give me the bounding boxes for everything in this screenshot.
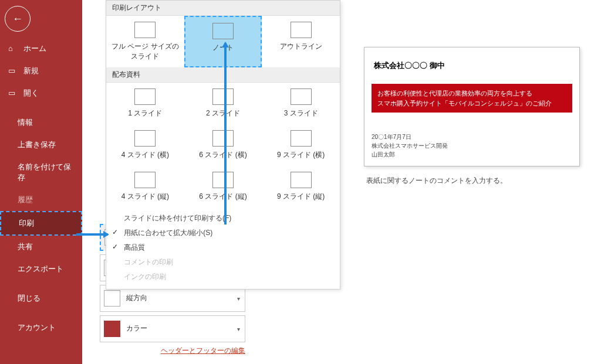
handout-4h[interactable]: 4 スライド (横) — [106, 124, 184, 166]
nav-save[interactable]: 上書き保存 — [0, 134, 82, 156]
nav-account[interactable]: アカウント — [0, 317, 82, 339]
handout-4h-icon — [134, 130, 156, 147]
preview-band-line1: お客様の利便性と代理店の業務効率の両方を向上する — [377, 89, 566, 98]
flyout-section-print-layout: 印刷レイアウト — [106, 1, 340, 16]
handout-1[interactable]: 1 スライド — [106, 83, 184, 124]
nav-share[interactable]: 共有 — [0, 236, 82, 258]
print-preview-panel: 株式会社〇〇〇 御中 お客様の利便性と代理店の業務効率の両方を向上する スマホ購… — [364, 47, 587, 186]
handout-9v[interactable]: 9 スライド (縦) — [262, 166, 340, 207]
full-page-icon — [134, 22, 156, 38]
handout-6v-icon — [212, 172, 234, 188]
color-swatch-icon — [104, 321, 120, 337]
nav-info-label: 情報 — [18, 117, 33, 128]
chevron-down-icon: ▾ — [237, 295, 240, 302]
annotation-arrow-vertical — [224, 43, 227, 224]
preview-title-band: お客様の利便性と代理店の業務効率の両方を向上する スマホ購入予約サイト「モバイル… — [372, 84, 572, 113]
chevron-down-icon: ▾ — [237, 326, 240, 332]
nav-new-label: 新規 — [23, 66, 39, 76]
edit-header-footer-wrap: ヘッダーとフッターの編集 — [100, 346, 245, 356]
layout-full-page[interactable]: フル ページ サイズのスライド — [106, 16, 184, 67]
handout-6v[interactable]: 6 スライド (縦) — [184, 166, 262, 207]
handout-6h-icon — [212, 130, 234, 147]
nav-print-label: 印刷 — [19, 218, 34, 229]
nav-print[interactable]: 印刷 — [0, 211, 82, 236]
slide-preview: 株式会社〇〇〇 御中 お客様の利便性と代理店の業務効率の両方を向上する スマホ購… — [364, 47, 580, 166]
handout-9h-icon — [291, 130, 312, 147]
option-print-comments: コメントの印刷 — [123, 255, 336, 270]
nav-home[interactable]: ⌂ ホーム — [0, 38, 82, 60]
preview-date: 20〇1年7月7日 — [372, 132, 572, 141]
nav-open-label: 開く — [23, 88, 39, 98]
option-frame-slides[interactable]: スライドに枠を付けて印刷する(F) — [123, 211, 336, 226]
setting-color-title: カラー — [126, 324, 147, 334]
setting-color-dropdown[interactable]: カラー ▾ — [100, 315, 245, 342]
home-icon: ⌂ — [8, 44, 18, 53]
back-arrow-icon: ← — [12, 13, 23, 25]
preview-author: 山田太郎 — [372, 150, 572, 159]
preview-slide-title: 株式会社〇〇〇 御中 — [374, 60, 570, 71]
nav-saveas-label: 名前を付けて保存 — [18, 162, 74, 183]
nav-new[interactable]: ▭ 新規 — [0, 60, 82, 82]
backstage-sidebar: ← ⌂ ホーム ▭ 新規 ▭ 開く 情報 上書き保存 名前を付けて保存 履歴 印… — [0, 0, 82, 364]
handout-9v-icon — [291, 172, 312, 188]
option-high-quality[interactable]: 高品質 — [123, 240, 336, 255]
nav-save-label: 上書き保存 — [18, 140, 56, 150]
back-button[interactable]: ← — [5, 6, 31, 32]
preview-band-line2: スマホ購入予約サイト「モバイルコンシェルジュ」のご紹介 — [377, 98, 566, 108]
nav-close[interactable]: 閉じる — [0, 287, 82, 309]
preview-meta: 20〇1年7月7日 株式会社スマホサービス開発 山田太郎 — [372, 132, 572, 159]
handout-4v-icon — [134, 172, 156, 188]
nav-account-label: アカウント — [18, 322, 56, 333]
nav-export[interactable]: エクスポート — [0, 258, 82, 280]
option-scale-to-fit[interactable]: 用紙に合わせて拡大/縮小(S) — [123, 226, 336, 240]
layout-outline[interactable]: アウトライン — [262, 16, 340, 67]
preview-notes-text: 表紙に関するノートのコメントを入力する。 — [366, 176, 585, 186]
nav-history-label: 履歴 — [18, 195, 33, 205]
new-file-icon: ▭ — [8, 66, 18, 76]
handout-1-icon — [134, 89, 156, 105]
handout-2-icon — [212, 89, 234, 105]
handout-3[interactable]: 3 スライド — [262, 83, 340, 124]
handout-4v[interactable]: 4 スライド (縦) — [106, 166, 184, 207]
nav-share-label: 共有 — [18, 241, 33, 252]
preview-company: 株式会社スマホサービス開発 — [372, 141, 572, 150]
setting-orientation-title: 縦方向 — [126, 294, 147, 303]
outline-icon — [291, 22, 312, 38]
edit-header-footer-link[interactable]: ヘッダーとフッターの編集 — [161, 346, 245, 355]
nav-export-label: エクスポート — [18, 264, 63, 274]
annotation-arrow-horizontal — [76, 233, 108, 236]
nav-saveas[interactable]: 名前を付けて保存 — [0, 156, 82, 189]
flyout-section-handouts: 配布資料 — [106, 67, 340, 83]
nav-close-label: 閉じる — [18, 293, 40, 304]
nav-open[interactable]: ▭ 開く — [0, 82, 82, 104]
handout-6h[interactable]: 6 スライド (横) — [184, 124, 262, 166]
nav-home-label: ホーム — [23, 43, 46, 54]
orientation-portrait-icon — [104, 290, 120, 307]
nav-history: 履歴 — [0, 189, 82, 211]
option-print-ink: インクの印刷 — [123, 270, 336, 284]
notes-icon — [212, 23, 234, 39]
handout-9h[interactable]: 9 スライド (横) — [262, 124, 340, 166]
handout-3-icon — [291, 89, 312, 105]
folder-open-icon: ▭ — [8, 89, 18, 98]
nav-info[interactable]: 情報 — [0, 111, 82, 134]
handout-2[interactable]: 2 スライド — [184, 83, 262, 124]
